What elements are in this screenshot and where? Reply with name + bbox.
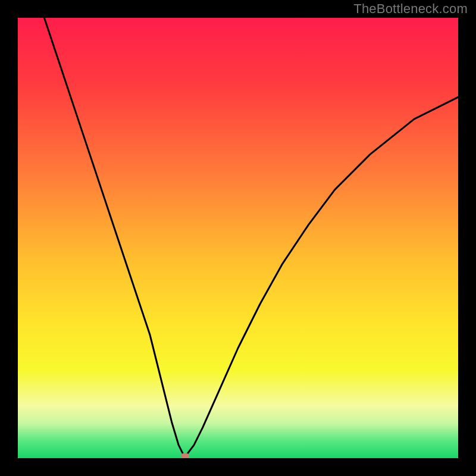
optimal-point-marker	[181, 453, 189, 458]
watermark-text: TheBottleneck.com	[353, 1, 468, 17]
bottleneck-curve	[18, 18, 458, 458]
plot-area	[18, 18, 458, 458]
chart-frame: TheBottleneck.com	[0, 0, 476, 476]
